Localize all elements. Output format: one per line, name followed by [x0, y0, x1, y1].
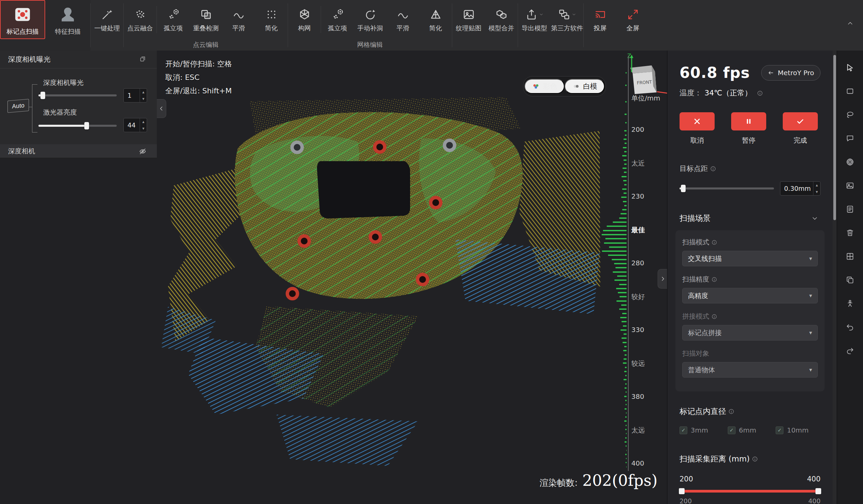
ribbon-collapse-button[interactable]: [843, 17, 858, 29]
stepper-up-icon[interactable]: ▲: [140, 89, 147, 96]
ribbon-button-texture[interactable]: 纹理贴图: [452, 0, 485, 39]
tool-comment[interactable]: [842, 131, 858, 146]
eye-off-icon[interactable]: [137, 147, 149, 156]
info-icon[interactable]: [711, 314, 717, 319]
dropdown-3[interactable]: 普通物体▼: [682, 362, 818, 378]
float-window-button[interactable]: [137, 55, 148, 63]
checkbox-icon[interactable]: ✓: [728, 427, 736, 434]
ribbon-button-fill-hole[interactable]: 手动补洞: [354, 0, 387, 39]
exposure-value-input[interactable]: 1 ▲▼: [123, 88, 147, 102]
histogram-bar: [626, 72, 627, 74]
target-distance-slider[interactable]: [679, 185, 774, 192]
slider-handle[interactable]: [84, 122, 89, 129]
ribbon-button-export[interactable]: 导出模型: [518, 0, 551, 39]
histogram-bar: [614, 279, 627, 281]
ribbon-button-tri-simplify[interactable]: 简化: [419, 0, 452, 39]
ribbon-button-fullscreen[interactable]: 全屏: [616, 0, 649, 39]
render-mode-white[interactable]: 白模: [564, 79, 605, 94]
device-button[interactable]: MetroY Pro: [761, 65, 821, 80]
ribbon-button-label: 投屏: [594, 24, 607, 33]
histogram-bar: [623, 180, 627, 181]
tool-copy[interactable]: [842, 273, 858, 287]
ribbon-button-cloud-merge[interactable]: 点云融合: [124, 0, 157, 39]
info-icon[interactable]: [710, 165, 716, 172]
ribbon-button-cast[interactable]: 投屏: [584, 0, 616, 39]
action-button-close[interactable]: [679, 112, 715, 130]
panel-collapse-handle[interactable]: [157, 99, 166, 118]
stepper-down-icon[interactable]: ▼: [140, 96, 147, 102]
stepper-down-icon[interactable]: ▼: [813, 188, 820, 195]
marker-size-option[interactable]: ✓3mm: [679, 426, 708, 434]
ribbon-button-isolated[interactable]: 孤立项: [321, 0, 354, 39]
info-icon[interactable]: [728, 408, 735, 415]
laser-value-input[interactable]: 44 ▲▼: [123, 118, 147, 132]
action-button-pause[interactable]: [731, 112, 766, 130]
ribbon-button-model-merge[interactable]: 模型合并: [485, 0, 518, 39]
laser-slider[interactable]: [38, 122, 117, 129]
tool-figure[interactable]: [842, 296, 858, 311]
dropdown-value: 交叉线扫描: [688, 254, 809, 263]
histogram-bar: [622, 188, 627, 190]
info-icon[interactable]: [757, 90, 763, 97]
render-mode-color[interactable]: 彩色: [524, 79, 564, 94]
tool-lasso[interactable]: [842, 107, 858, 122]
info-icon[interactable]: [711, 239, 717, 245]
info-icon[interactable]: [711, 276, 717, 282]
stepper-down-icon[interactable]: ▼: [140, 125, 147, 132]
ribbon-button-smooth[interactable]: 平滑: [222, 0, 255, 39]
tool-trash[interactable]: [842, 225, 858, 240]
tool-undo[interactable]: [842, 319, 858, 335]
target-distance-input[interactable]: 0.30mm ▲▼: [780, 181, 821, 196]
magic-wand-icon: [101, 8, 114, 21]
marker-diameter-label: 标记点内直径: [679, 406, 726, 417]
histogram-bar: [625, 101, 627, 102]
dropdown-1[interactable]: 高精度▼: [682, 288, 818, 303]
slider-handle[interactable]: [681, 185, 686, 192]
tool-rect-select[interactable]: [842, 84, 858, 99]
field-label: 扫描精度: [682, 275, 709, 284]
auto-exposure-button[interactable]: Auto: [8, 99, 29, 113]
slider-handle-max[interactable]: [815, 488, 821, 494]
tool-note[interactable]: [842, 202, 858, 216]
tool-image[interactable]: [842, 178, 858, 193]
slider-handle[interactable]: [40, 92, 45, 99]
ribbon-button-feature-scan[interactable]: 特征扫描: [45, 0, 90, 39]
ribbon-button-isolated[interactable]: 孤立项: [157, 0, 189, 39]
ribbon-button-marker-scan[interactable]: 标记点扫描: [0, 0, 45, 39]
ribbon-button-smooth[interactable]: 平滑: [387, 0, 419, 39]
depth-histogram: [602, 55, 627, 471]
color-dots-icon: [532, 82, 540, 90]
info-icon[interactable]: [752, 456, 758, 462]
tool-sphere[interactable]: [842, 154, 858, 169]
slider-handle-min[interactable]: [679, 488, 685, 494]
stepper-up-icon[interactable]: ▲: [813, 182, 820, 188]
checkbox-icon[interactable]: ✓: [679, 427, 687, 434]
capture-distance-slider[interactable]: [679, 488, 821, 494]
ribbon-button-simplify[interactable]: 简化: [255, 0, 288, 39]
cloud-merge-icon: [134, 8, 147, 21]
ribbon-button-mesh-build[interactable]: 构网: [288, 0, 321, 39]
scrollbar-thumb[interactable]: [833, 55, 836, 220]
dropdown-2[interactable]: 标记点拼接▼: [682, 325, 818, 340]
dropdown-0[interactable]: 交叉线扫描▼: [682, 251, 818, 266]
exposure-slider[interactable]: [38, 92, 117, 99]
tool-redo[interactable]: [842, 343, 858, 358]
stepper-up-icon[interactable]: ▲: [140, 118, 147, 125]
histogram-bar: [624, 192, 627, 194]
histogram-bar: [624, 346, 627, 347]
ribbon-button-overlap[interactable]: 重叠检测: [189, 0, 222, 39]
panel-expand-handle[interactable]: [658, 269, 667, 289]
scanner-app-window: 标记点扫描特征扫描一键处理点云融合孤立项重叠检测平滑简化点云编辑构网孤立项手动补…: [0, 0, 863, 504]
checkbox-icon[interactable]: ✓: [776, 427, 784, 434]
ribbon-button-label: 简化: [265, 24, 278, 33]
histogram-bar: [626, 466, 627, 468]
marker-size-option[interactable]: ✓6mm: [728, 426, 756, 434]
tool-grid[interactable]: [842, 249, 858, 264]
chevron-down-icon: ▼: [809, 331, 812, 335]
marker-size-option[interactable]: ✓10mm: [776, 426, 808, 434]
tool-cursor[interactable]: [842, 60, 858, 75]
ribbon-button-magic-wand[interactable]: 一键处理: [91, 0, 123, 39]
chevron-down-icon[interactable]: [809, 214, 821, 223]
ribbon-button-third-party[interactable]: 第三方软件: [551, 0, 584, 39]
action-button-check[interactable]: [783, 112, 818, 130]
